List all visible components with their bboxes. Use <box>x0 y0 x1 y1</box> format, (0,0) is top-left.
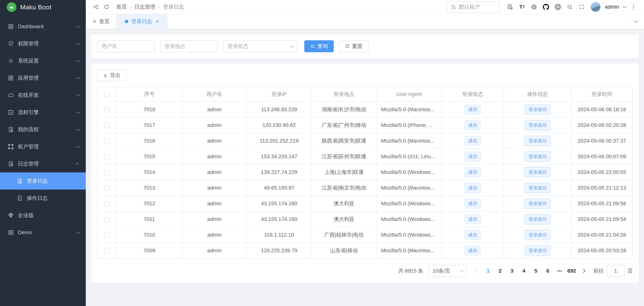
search-icon[interactable] <box>564 2 575 12</box>
gear-icon <box>8 58 14 64</box>
operation-badge: 登录成功 <box>524 120 550 130</box>
globe-icon[interactable] <box>529 2 539 12</box>
submenu-label: 登录日志 <box>27 177 48 185</box>
login-status-placeholder: 登录状态 <box>228 43 248 50</box>
username-input[interactable] <box>97 40 155 52</box>
page-size-select[interactable]: 10条/页 <box>428 265 466 277</box>
operation-badge: 登录成功 <box>524 214 550 224</box>
search-icon <box>310 44 315 49</box>
sidebar-menu-item[interactable]: 企业版 <box>0 207 86 224</box>
operation-badge: 登录成功 <box>524 230 550 240</box>
tab-login-log[interactable]: 登录日志 × <box>117 14 168 29</box>
sidebar-menu-item[interactable]: 租户管理 <box>0 138 86 155</box>
tab-close-icon[interactable]: × <box>156 19 159 25</box>
page-number-button[interactable]: 6 <box>542 266 553 276</box>
gitee-icon[interactable]: G <box>553 2 563 12</box>
menu-label: 在线开发 <box>18 92 76 99</box>
menu-label: 租户管理 <box>18 143 76 150</box>
row-checkbox[interactable] <box>104 186 110 191</box>
row-checkbox[interactable] <box>104 107 110 113</box>
page-ellipsis: ••• <box>554 266 565 276</box>
pager: 123456•••692 <box>472 266 588 276</box>
cell-id: 7011 <box>116 211 182 227</box>
more-menu-icon[interactable]: ⋮ <box>627 3 638 11</box>
page-number-button[interactable]: 2 <box>495 266 505 276</box>
breadcrumb-current: 登录日志 <box>163 3 184 11</box>
download-icon <box>103 73 108 78</box>
cell-location: 江苏省|苏州市|联通 <box>312 149 376 164</box>
menu-fold-icon[interactable] <box>91 2 102 12</box>
refresh-icon[interactable] <box>102 2 112 12</box>
row-checkbox[interactable] <box>104 248 110 253</box>
sidebar-menu-item[interactable]: 流程引擎 <box>0 104 86 121</box>
col-header-info: 操作信息 <box>504 87 571 102</box>
cell-id: 7010 <box>116 227 182 243</box>
sidebar-menu-item[interactable]: 权限管理 <box>0 35 86 52</box>
menu-label: 系统设置 <box>18 57 76 64</box>
cell-location: 湖南省|长沙市|电信 <box>312 102 376 117</box>
sidebar-menu-item[interactable]: 在线开发 <box>0 87 86 104</box>
sidebar-menu-item[interactable]: 应用管理 <box>0 69 86 87</box>
sidebar-menu-item[interactable]: 我的流程 <box>0 121 86 138</box>
pagination: 共 6915 条 10条/页 123456•••692 前往 页 <box>97 265 633 277</box>
prev-page-button[interactable] <box>472 266 482 276</box>
user-avatar[interactable] <box>591 2 600 12</box>
page-number-button[interactable]: 1 <box>483 266 493 276</box>
cell-time: 2024-05-05 21:09:54 <box>571 211 633 227</box>
table-row: 7014admin139.227.74.229上海|上海市|联通Mozilla/… <box>97 164 633 180</box>
search-button[interactable]: 查询 <box>304 40 334 52</box>
github-icon[interactable] <box>541 2 551 12</box>
select-all-checkbox[interactable] <box>104 92 110 97</box>
cell-info: 登录成功 <box>504 117 571 133</box>
sidebar-menu-item[interactable]: 系统设置 <box>0 52 86 69</box>
cell-user-agent: Mozilla/5.0 (Macintos... <box>376 180 441 196</box>
reset-button[interactable]: 重置 <box>339 40 368 52</box>
table-row: 7011admin43.155.174.160澳大利亚Mozilla/5.0 (… <box>97 211 633 227</box>
sidebar-submenu-item[interactable]: 操作日志 <box>0 190 86 207</box>
page-number-button[interactable]: 3 <box>507 266 517 276</box>
page-number-button[interactable]: 4 <box>519 266 529 276</box>
user-menu-chevron-icon[interactable] <box>623 5 626 8</box>
sidebar-submenu-item[interactable]: 登录日志 <box>0 172 86 190</box>
cell-id: 7016 <box>116 133 182 149</box>
grid-icon <box>8 23 14 30</box>
font-size-icon[interactable]: TT <box>517 2 527 12</box>
cell-ip: 49.65.150.97 <box>247 180 312 196</box>
row-checkbox[interactable] <box>104 154 110 160</box>
user-name[interactable]: admin <box>605 4 619 10</box>
cell-time: 2024-05-05 22:00:55 <box>571 164 633 180</box>
page-number-button[interactable]: 692 <box>566 266 577 276</box>
row-checkbox[interactable] <box>104 217 110 222</box>
fullscreen-icon[interactable] <box>576 2 587 12</box>
breadcrumb-home[interactable]: 首页 <box>116 3 127 11</box>
row-select-cell <box>97 211 116 227</box>
sidebar-menu-item[interactable]: Demo <box>0 224 86 241</box>
submenu-label: 操作日志 <box>27 195 48 202</box>
cell-time: 2024-05-05 21:12:13 <box>571 180 633 196</box>
goto-page-input[interactable] <box>607 265 624 277</box>
top-navbar: 首页 › 日志管理 › 登录日志 默认租户 TT <box>86 0 644 14</box>
row-checkbox[interactable] <box>104 170 110 175</box>
row-checkbox[interactable] <box>104 139 110 144</box>
document-icon <box>16 195 23 201</box>
login-location-input[interactable] <box>160 40 218 52</box>
sidebar-menu-item[interactable]: Dashboard <box>0 18 86 35</box>
tenant-select[interactable]: 默认租户 <box>447 1 500 13</box>
app-logo[interactable]: Maku Boot <box>0 0 86 14</box>
login-status-select[interactable]: 登录状态 <box>223 40 298 52</box>
row-checkbox[interactable] <box>104 233 110 238</box>
translate-icon[interactable] <box>505 2 515 12</box>
cell-status: 成功 <box>441 196 504 211</box>
chevron-down-icon <box>76 76 80 79</box>
page-size-value: 10条/页 <box>432 267 450 274</box>
tab-label: 首页 <box>99 18 110 25</box>
export-button[interactable]: 导出 <box>97 69 126 81</box>
tabs-dropdown-button[interactable] <box>627 14 644 29</box>
next-page-button[interactable] <box>578 266 588 276</box>
page-number-button[interactable]: 5 <box>531 266 541 276</box>
row-checkbox[interactable] <box>104 123 110 128</box>
sidebar-menu-item[interactable]: 日志管理 <box>0 155 86 172</box>
breadcrumb-log-mgmt[interactable]: 日志管理 <box>134 3 155 11</box>
tab-home[interactable]: 首页 <box>86 14 117 29</box>
row-checkbox[interactable] <box>104 201 110 207</box>
